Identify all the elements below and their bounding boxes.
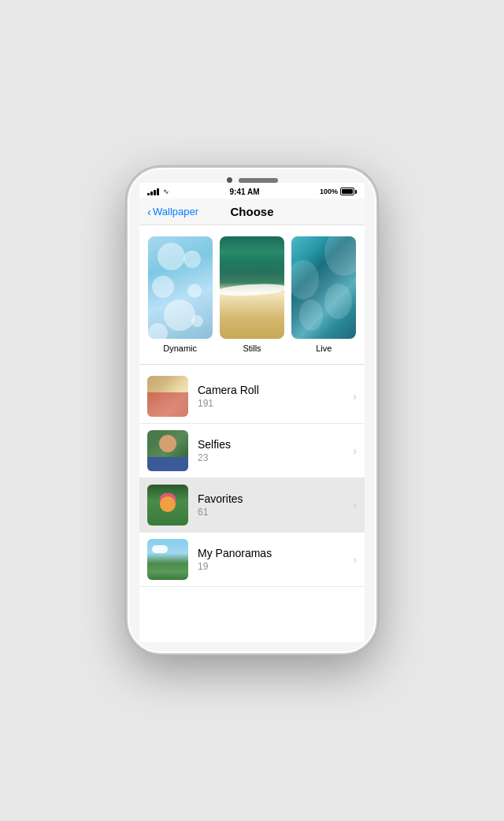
battery-tip xyxy=(355,190,357,194)
list-info-selfies: Selfies 23 xyxy=(198,438,353,463)
panoramas-thumb-bg xyxy=(147,539,188,580)
wallpaper-thumb-stills xyxy=(220,236,284,339)
wallpaper-label-live: Live xyxy=(316,344,332,353)
camera-roll-thumb-bg xyxy=(147,376,188,417)
live-bg xyxy=(291,236,356,339)
status-bar: ∿ 9:41 AM 100% xyxy=(139,183,365,199)
list-thumb-favorites xyxy=(147,485,188,526)
food-detail xyxy=(147,392,188,417)
wallpaper-grid: Dynamic Stills xyxy=(139,225,365,359)
list-title-selfies: Selfies xyxy=(198,438,353,451)
list-chevron-selfies: › xyxy=(353,444,357,457)
signal-bar-2 xyxy=(150,191,153,195)
signal-bar-3 xyxy=(154,190,156,195)
battery-percent: 100% xyxy=(320,188,338,195)
wallpaper-label-dynamic: Dynamic xyxy=(163,344,197,353)
list-row-camera-roll[interactable]: Camera Roll 191 › xyxy=(139,370,365,424)
flower-group xyxy=(152,489,183,520)
list-thumb-camera-roll xyxy=(147,376,188,417)
shirt-area xyxy=(147,457,188,471)
back-button-label: Wallpaper xyxy=(153,206,198,217)
list-section: Camera Roll 191 › Selfies xyxy=(139,370,365,587)
status-right: 100% xyxy=(320,188,357,195)
dynamic-bg xyxy=(148,236,213,339)
battery-body xyxy=(340,188,354,195)
wallpaper-thumb-live xyxy=(291,236,356,339)
section-divider xyxy=(139,364,365,365)
smoke-4 xyxy=(299,299,323,331)
list-info-favorites: Favorites 61 xyxy=(198,492,353,518)
list-thumb-panoramas xyxy=(147,539,188,580)
battery-fill xyxy=(342,189,353,194)
smoke-3 xyxy=(324,284,352,319)
signal-bar-1 xyxy=(147,193,150,195)
list-row-favorites[interactable]: Favorites 61 › xyxy=(139,478,365,533)
battery-icon xyxy=(340,188,357,195)
signal-bar-4 xyxy=(157,188,159,195)
list-count-selfies: 23 xyxy=(198,452,353,463)
smoke-1 xyxy=(324,236,356,276)
list-thumb-selfies xyxy=(147,430,188,471)
speaker-grill xyxy=(239,178,278,183)
bokeh-2 xyxy=(183,251,201,268)
stills-bg xyxy=(220,236,284,339)
bokeh-4 xyxy=(187,284,202,298)
volume-down-button[interactable] xyxy=(124,306,127,329)
list-count-panoramas: 19 xyxy=(198,561,353,572)
list-count-favorites: 61 xyxy=(198,507,353,518)
list-title-camera-roll: Camera Roll xyxy=(198,384,353,396)
wallpaper-item-live[interactable]: Live xyxy=(291,236,357,353)
wifi-icon: ∿ xyxy=(163,188,169,195)
front-camera xyxy=(227,177,232,183)
bokeh-5 xyxy=(164,299,195,331)
wallpaper-item-dynamic[interactable]: Dynamic xyxy=(147,236,213,353)
flower-center xyxy=(160,496,176,512)
status-time: 9:41 AM xyxy=(229,188,259,196)
signal-bars xyxy=(147,188,159,195)
list-row-panoramas[interactable]: My Panoramas 19 › xyxy=(139,533,365,587)
list-chevron-camera-roll: › xyxy=(353,390,357,403)
list-chevron-panoramas: › xyxy=(353,553,357,566)
list-info-camera-roll: Camera Roll 191 xyxy=(198,384,353,409)
list-chevron-favorites: › xyxy=(353,499,357,511)
phone-top-bar xyxy=(128,168,376,183)
bokeh-3 xyxy=(152,276,174,298)
wave-foam xyxy=(220,283,284,298)
volume-up-button[interactable] xyxy=(124,278,127,300)
bokeh-7 xyxy=(148,323,168,339)
list-title-panoramas: My Panoramas xyxy=(198,547,353,559)
list-title-favorites: Favorites xyxy=(198,492,353,505)
bokeh-6 xyxy=(191,315,203,327)
phone-screen: ∿ 9:41 AM 100% ‹ Wallpaper Choose xyxy=(139,183,365,642)
smoke-2 xyxy=(291,260,319,299)
status-left: ∿ xyxy=(147,188,169,195)
nav-title: Choose xyxy=(230,205,273,218)
content-area: Dynamic Stills xyxy=(139,225,365,639)
favorites-thumb-bg xyxy=(147,485,188,526)
back-button[interactable]: ‹ Wallpaper xyxy=(147,205,198,218)
list-info-panoramas: My Panoramas 19 xyxy=(198,547,353,572)
list-count-camera-roll: 191 xyxy=(198,398,353,409)
phone-frame: ∿ 9:41 AM 100% ‹ Wallpaper Choose xyxy=(126,166,378,655)
wallpaper-item-stills[interactable]: Stills xyxy=(219,236,284,353)
list-row-selfies[interactable]: Selfies 23 › xyxy=(139,424,365,478)
wallpaper-thumb-dynamic xyxy=(148,236,213,339)
wallpaper-label-stills: Stills xyxy=(243,344,261,353)
bokeh-1 xyxy=(158,243,185,270)
selfies-thumb-bg xyxy=(147,430,188,471)
nav-bar: ‹ Wallpaper Choose xyxy=(139,199,365,225)
cloud-shape xyxy=(152,545,168,553)
face-circle xyxy=(159,435,176,452)
back-chevron-icon: ‹ xyxy=(147,205,151,218)
